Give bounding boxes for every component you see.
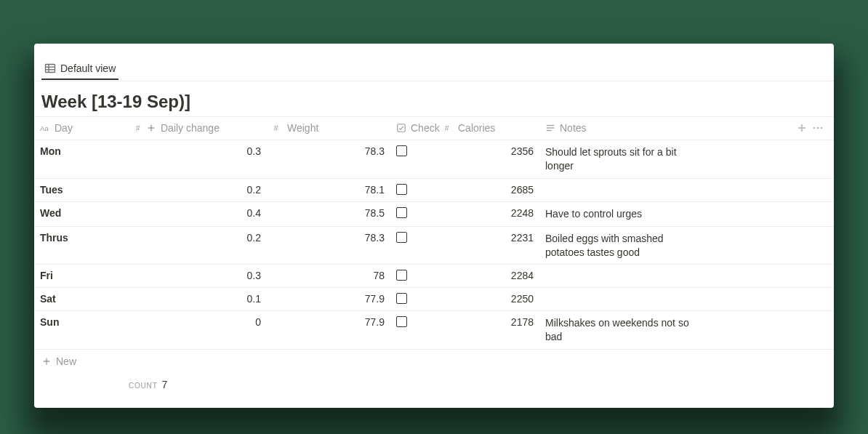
cell-day[interactable]: Fri [34,265,129,286]
cell-weight[interactable]: 78.1 [267,179,390,201]
notes-value: Have to control urges [545,207,642,221]
cell-calories[interactable]: 2685 [438,179,539,201]
svg-text:Aa: Aa [40,124,49,132]
cell-notes[interactable]: Have to control urges [539,202,707,226]
table-row[interactable]: Thrus0.278.32231Boiled eggs with smashed… [34,227,834,265]
cell-day[interactable]: Thrus [34,227,129,249]
svg-point-16 [813,127,816,129]
cell-check[interactable] [390,311,438,332]
cell-calories[interactable]: 2231 [438,227,539,249]
col-header-daily-change[interactable]: # Daily change [129,117,267,139]
calories-value: 2231 [511,232,534,244]
notes-value: Milkshakes on weekends not so bad [545,316,701,344]
col-header-check[interactable]: Check [390,117,438,139]
table-row[interactable]: Tues0.278.12685 [34,179,834,202]
view-tab-label: Default view [60,63,116,74]
checkbox-input[interactable] [396,145,407,156]
number-icon: # [273,123,283,133]
cell-notes[interactable]: Boiled eggs with smashed potatoes tastes… [539,227,707,265]
col-header-calories[interactable]: # Calories [438,117,539,139]
day-value: Tues [40,184,63,196]
cell-notes[interactable] [539,179,707,189]
cell-notes[interactable]: Milkshakes on weekends not so bad [539,311,707,349]
cell-day[interactable]: Tues [34,179,129,201]
cell-check[interactable] [390,288,438,309]
checkbox-input[interactable] [396,232,407,243]
calories-value: 2250 [511,293,534,305]
more-options-button[interactable] [812,122,824,134]
cell-calories[interactable]: 2248 [438,202,539,224]
svg-text:#: # [274,124,278,132]
checkbox-input[interactable] [396,207,407,218]
cell-check[interactable] [390,179,438,200]
database-card: Default view Week [13-19 Sep)] Aa Day # [34,44,834,408]
table-row[interactable]: Wed0.478.52248Have to control urges [34,202,834,227]
day-value: Wed [40,207,61,219]
table-header-row: Aa Day # Daily change [34,117,834,140]
cell-day[interactable]: Sun [34,311,129,333]
cell-check[interactable] [390,202,438,223]
col-header-weight[interactable]: # Weight [267,117,390,139]
col-header-day[interactable]: Aa Day [34,117,129,139]
col-header-notes[interactable]: Notes [539,117,707,139]
cell-daily-change[interactable]: 0.3 [129,140,267,162]
checkbox-input[interactable] [396,184,407,195]
cell-daily-change[interactable]: 0.1 [129,288,267,310]
count-aggregate[interactable]: COUNT 7 [129,379,167,390]
change-value: 0.1 [247,293,261,305]
cell-daily-change[interactable]: 0.3 [129,265,267,286]
cell-calories[interactable]: 2250 [438,288,539,310]
cell-weight[interactable]: 78.5 [267,202,390,224]
col-header-day-label: Day [55,122,73,134]
table-row[interactable]: Sun077.92178Milkshakes on weekends not s… [34,311,834,350]
calories-value: 2356 [511,145,534,157]
cell-notes[interactable] [539,288,707,298]
cell-calories[interactable]: 2178 [438,311,539,333]
cell-day[interactable]: Wed [34,202,129,224]
add-column-button[interactable] [796,122,808,134]
cell-check[interactable] [390,140,438,161]
change-value: 0.3 [247,145,261,157]
weight-value: 78.3 [365,145,385,157]
page-title[interactable]: Week [13-19 Sep)] [34,81,834,116]
cell-check[interactable] [390,227,438,248]
change-value: 0.4 [247,207,261,219]
cell-day[interactable]: Mon [34,140,129,162]
table-row[interactable]: Fri0.3782284 [34,265,834,288]
cell-daily-change[interactable]: 0.2 [129,179,267,201]
cell-weight[interactable]: 77.9 [267,311,390,333]
col-header-daily-change-label: Daily change [161,122,220,134]
cell-daily-change[interactable]: 0 [129,311,267,333]
weight-value: 78.3 [365,232,385,244]
cell-day[interactable]: Sat [34,288,129,310]
checkbox-input[interactable] [396,293,407,304]
checkbox-input[interactable] [396,270,407,281]
cell-calories[interactable]: 2284 [438,265,539,286]
cell-weight[interactable]: 78 [267,265,390,286]
weight-value: 78.5 [365,207,385,219]
table-row[interactable]: Mon0.378.32356Should let sprouts sit for… [34,140,834,179]
cell-weight[interactable]: 78.3 [267,227,390,249]
cell-notes[interactable]: Should let sprouts sit for a bit longer [539,140,707,178]
view-tab-default[interactable]: Default view [41,58,118,80]
cell-daily-change[interactable]: 0.4 [129,202,267,224]
change-value: 0.2 [247,184,261,196]
new-row-button[interactable]: New [34,350,834,373]
col-header-notes-label: Notes [560,122,587,134]
cell-calories[interactable]: 2356 [438,140,539,162]
notes-value: Boiled eggs with smashed potatoes tastes… [545,232,701,260]
checkbox-input[interactable] [396,316,407,327]
title-prop-icon: Aa [40,123,50,133]
change-value: 0 [255,316,261,328]
cell-notes[interactable] [539,265,707,275]
table-row[interactable]: Sat0.177.92250 [34,288,834,311]
day-value: Mon [40,145,61,157]
cell-weight[interactable]: 77.9 [267,288,390,310]
count-value: 7 [162,379,168,390]
cell-check[interactable] [390,265,438,286]
cell-daily-change[interactable]: 0.2 [129,227,267,249]
cell-trailing [707,179,834,189]
cell-trailing [707,265,834,275]
cell-weight[interactable]: 78.3 [267,140,390,162]
col-header-calories-label: Calories [458,122,495,134]
